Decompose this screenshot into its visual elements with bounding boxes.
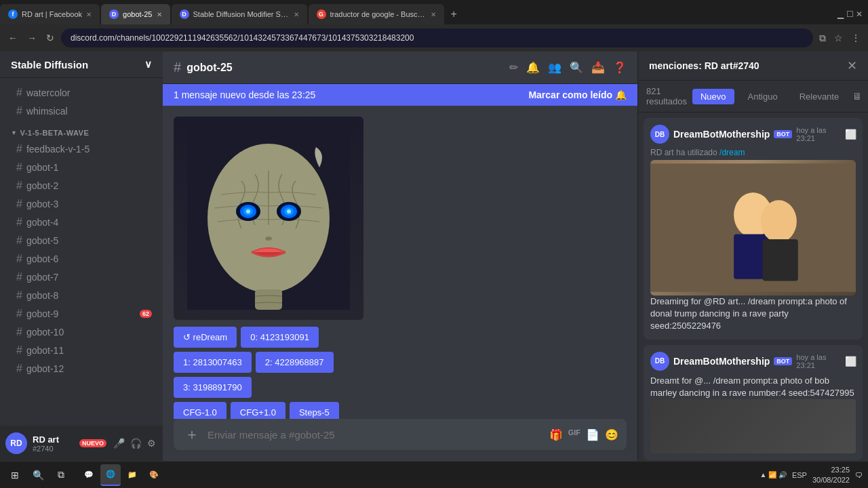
image-post: ↺ reDream 0: 4123193091 1: 2813007463 2:… bbox=[163, 106, 637, 419]
channel-gobot-6[interactable]: # gobot-6 bbox=[5, 250, 157, 268]
category-v1-5[interactable]: ▼ V-1-5-BETA-WAVE bbox=[0, 121, 163, 140]
cfg-plus-button[interactable]: CFG+1.0 bbox=[231, 402, 285, 419]
expand-icon-2[interactable]: ⬜ bbox=[845, 356, 856, 367]
hash-icon: # bbox=[16, 253, 22, 265]
hash-icon: # bbox=[16, 271, 22, 283]
channel-gobot-4[interactable]: # gobot-4 bbox=[5, 214, 157, 231]
add-attachment-button[interactable]: ＋ bbox=[182, 419, 202, 450]
settings-icon[interactable]: ⚙ bbox=[146, 436, 157, 450]
channel-gobot-10[interactable]: # gobot-10 bbox=[5, 323, 157, 341]
forward-button[interactable]: → bbox=[24, 31, 39, 45]
channel-gobot-7[interactable]: # gobot-7 bbox=[5, 268, 157, 286]
seed-3-button[interactable]: 3: 3198891790 bbox=[174, 377, 252, 398]
message-input-area: ＋ 🎁 GIF 📄 😊 bbox=[163, 419, 637, 461]
channel-label: gobot-7 bbox=[26, 272, 58, 283]
banner-mark-action[interactable]: Marcar como leído 🔔 bbox=[528, 89, 627, 100]
members-icon[interactable]: 👥 bbox=[548, 61, 561, 74]
microphone-icon[interactable]: 🎤 bbox=[112, 436, 126, 450]
seed-0-button[interactable]: 0: 4123193091 bbox=[241, 327, 319, 348]
server-header[interactable]: Stable Diffusion ∨ bbox=[0, 52, 163, 78]
user-avatar: RD bbox=[5, 432, 27, 454]
search-taskbar-icon[interactable]: 🔍 bbox=[28, 466, 47, 485]
hash-icon: # bbox=[16, 161, 22, 174]
taskbar-apps: 💬 🌐 📁 🎨 bbox=[79, 464, 757, 486]
notifications-icon[interactable]: 🗨 bbox=[855, 471, 863, 479]
chrome-app-icon: 🌐 bbox=[106, 470, 115, 479]
new-tab-button[interactable]: + bbox=[446, 5, 462, 23]
channel-header-name: gobot-25 bbox=[186, 62, 233, 74]
filter-antiguo-button[interactable]: Antiguo bbox=[740, 89, 786, 104]
taskbar-app-discord[interactable]: 💬 bbox=[79, 464, 99, 486]
taskbar-app-explorer[interactable]: 📁 bbox=[122, 464, 142, 486]
svg-rect-11 bbox=[255, 289, 282, 310]
gift-icon[interactable]: 🎁 bbox=[549, 428, 563, 441]
inbox-icon[interactable]: 📥 bbox=[591, 61, 605, 74]
tab-stable-diffusion[interactable]: D Stable Diffusion Modifier Studie... ✕ bbox=[172, 4, 307, 24]
expand-icon-1[interactable]: ⬜ bbox=[845, 129, 856, 140]
settings-icon[interactable]: ⋮ bbox=[849, 31, 863, 45]
channel-item-watercolor[interactable]: # watercolor bbox=[5, 84, 157, 102]
channel-gobot-3[interactable]: # gobot-3 bbox=[5, 195, 157, 213]
channel-label: gobot-11 bbox=[26, 345, 64, 356]
message-input[interactable] bbox=[208, 422, 544, 447]
steps-minus-button[interactable]: Steps-5 bbox=[290, 402, 339, 419]
emoji-icon[interactable]: 😊 bbox=[605, 428, 618, 441]
back-button[interactable]: ← bbox=[5, 31, 20, 45]
task-view-icon[interactable]: ⧉ bbox=[52, 466, 71, 485]
headphones-icon[interactable]: 🎧 bbox=[129, 436, 143, 450]
filter-icon[interactable]: 🖥 bbox=[852, 91, 862, 102]
redream-button[interactable]: ↺ reDream bbox=[174, 327, 237, 348]
tab-facebook[interactable]: f RD art | Facebook ✕ bbox=[0, 4, 100, 24]
new-message-banner[interactable]: 1 mensaje nuevo desde las 23:25 Marcar c… bbox=[163, 84, 637, 106]
right-panel-close-button[interactable]: ✕ bbox=[847, 58, 857, 73]
channel-gobot-8[interactable]: # gobot-8 bbox=[5, 287, 157, 304]
taskbar-app-chrome[interactable]: 🌐 bbox=[100, 464, 121, 486]
hash-icon: # bbox=[16, 235, 22, 247]
channel-gobot-12[interactable]: # gobot-12 bbox=[5, 360, 157, 378]
channel-gobot-1[interactable]: # gobot-1 bbox=[5, 159, 157, 176]
tab-stable-diffusion-close[interactable]: ✕ bbox=[294, 11, 299, 18]
tab-google-icon: G bbox=[317, 9, 326, 19]
right-panel: menciones: RD art#2740 ✕ 821 resultados … bbox=[637, 52, 868, 461]
hash-icon: # bbox=[16, 87, 22, 99]
edit-icon[interactable]: ✏ bbox=[509, 61, 518, 74]
tab-gobot25[interactable]: D gobot-25 ✕ bbox=[101, 4, 170, 24]
messages-area: 1 mensaje nuevo desde las 23:25 Marcar c… bbox=[163, 84, 637, 419]
channel-gobot-2[interactable]: # gobot-2 bbox=[5, 177, 157, 195]
mentions-title: menciones: RD art#2740 bbox=[649, 60, 760, 71]
hash-icon: # bbox=[16, 198, 22, 210]
channel-item-whimsical[interactable]: # whimsical bbox=[5, 102, 157, 120]
bell-icon[interactable]: 🔔 bbox=[526, 61, 540, 74]
address-bar[interactable] bbox=[61, 28, 813, 47]
seed-2-button[interactable]: 2: 4228968887 bbox=[256, 352, 334, 373]
filter-nuevo-button[interactable]: Nuevo bbox=[692, 89, 734, 104]
extensions-icon[interactable]: ⧉ bbox=[817, 31, 828, 45]
mention-avatar-2: DB bbox=[650, 352, 669, 371]
refresh-button[interactable]: ↻ bbox=[43, 31, 57, 45]
channel-feedback-v1-5[interactable]: # feedback-v-1-5 bbox=[5, 140, 157, 158]
mention-text-1: Dreaming for @RD art... /dream prompt:a … bbox=[650, 296, 856, 333]
windows-start-button[interactable]: ⊞ bbox=[5, 466, 24, 485]
cfg-minus-button[interactable]: CFG-1.0 bbox=[174, 402, 226, 419]
channel-gobot-9[interactable]: # gobot-9 62 bbox=[5, 305, 157, 323]
channel-gobot-11[interactable]: # gobot-11 bbox=[5, 342, 157, 359]
tab-facebook-close[interactable]: ✕ bbox=[86, 11, 92, 18]
tab-gobot25-close[interactable]: ✕ bbox=[157, 11, 162, 18]
channel-label: gobot-12 bbox=[26, 363, 64, 374]
channel-gobot-5[interactable]: # gobot-5 bbox=[5, 232, 157, 249]
usage-link-1[interactable]: /dream bbox=[719, 148, 745, 157]
server-dropdown-icon[interactable]: ∨ bbox=[144, 58, 152, 70]
taskbar-app-paint[interactable]: 🎨 bbox=[144, 464, 164, 486]
seed-1-button[interactable]: 1: 2813007463 bbox=[174, 352, 252, 373]
search-icon[interactable]: 🔍 bbox=[570, 61, 583, 74]
hash-icon: # bbox=[16, 143, 22, 155]
taskbar-start: ⊞ 🔍 ⧉ bbox=[5, 466, 71, 485]
tab-google-close[interactable]: ✕ bbox=[431, 11, 436, 18]
tab-google[interactable]: G traductor de google - Busca... ✕ bbox=[309, 4, 444, 24]
sticker-icon[interactable]: 📄 bbox=[586, 428, 599, 441]
filter-relevante-button[interactable]: Relevante bbox=[791, 89, 848, 104]
gif-icon[interactable]: GIF bbox=[568, 428, 580, 441]
user-panel: RD RD art #2740 NUEVO 🎤 🎧 ⚙ bbox=[0, 426, 163, 461]
bookmark-icon[interactable]: ☆ bbox=[832, 31, 845, 45]
help-icon[interactable]: ❓ bbox=[613, 61, 627, 74]
